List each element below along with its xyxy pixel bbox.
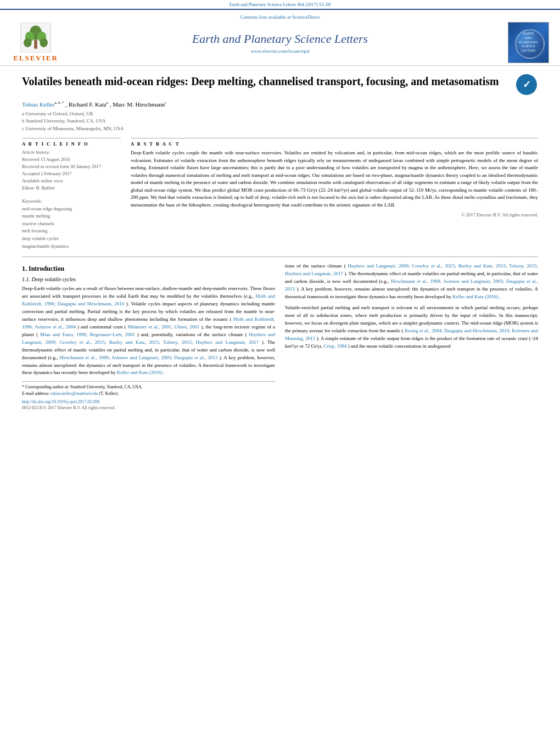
contents-text: Contents lists available at — [240, 14, 291, 20]
earth-logo-box: EARTHANDPLANETARYSCIENCELETTERS — [508, 22, 549, 63]
author2-name: , Richard F. Katz — [65, 101, 107, 108]
issn-text: 0012-821X/© 2017 Elsevier B.V. All right… — [22, 405, 275, 410]
keyword-5: deep volatile cycles — [22, 235, 121, 243]
article-title: Volatiles beneath mid-ocean ridges: Deep… — [22, 74, 511, 88]
citation-text: Earth and Planetary Science Letters 464 … — [229, 2, 331, 7]
history-label: Article history: — [22, 149, 121, 155]
author3-name: , Marc M. Hirschmann — [110, 101, 165, 108]
author1-sup: a, b, * — [54, 101, 64, 105]
affiliation-b: b Stanford University, Stanford, CA, USA — [22, 118, 538, 125]
author3-sup: c — [165, 101, 166, 105]
subsection1-title: 1.1. Deep volatile cycles — [22, 276, 275, 282]
cite6[interactable]: Hirschmann et al., 1999; Asimow and Lang… — [60, 355, 218, 360]
sciencedirect-link[interactable]: ScienceDirect — [292, 14, 320, 20]
affiliation-c: c University of Minnesota, Minneapolis, … — [22, 125, 538, 133]
authors-line: Tobias Kellera, b, * , Richard F. Katza … — [22, 101, 538, 108]
elsevier-wordmark: ELSEVIER — [13, 54, 58, 63]
journal-url[interactable]: www.elsevier.com/locate/epsl — [60, 48, 500, 54]
footnote-area: * Corresponding author at: Stanford Univ… — [22, 381, 275, 410]
body-left-col: 1. Introduction 1.1. Deep volatile cycle… — [22, 263, 275, 410]
doi-link[interactable]: http://dx.doi.org/10.1016/j.epsl.2017.02… — [22, 399, 275, 404]
crossmark-circle: ✓ — [516, 74, 537, 95]
keywords-label: Keywords: — [22, 198, 121, 204]
article-info-col: A R T I C L E I N F O Article history: R… — [22, 138, 121, 250]
para3-end: ) and the mean volatile concentration in… — [348, 343, 451, 349]
received-date: Received 13 August 2016 — [22, 157, 121, 163]
keyword-6: magma/mantle dynamics — [22, 243, 121, 250]
page: Earth and Planetary Science Letters 464 … — [0, 0, 560, 742]
editor: Editor: B. Buffett — [22, 185, 121, 192]
keyword-3: reactive channels — [22, 220, 121, 228]
email-name: (T. Keller). — [99, 391, 119, 396]
article-content: Volatiles beneath mid-ocean ridges: Deep… — [0, 66, 560, 419]
copyright: © 2017 Elsevier B.V. All rights reserved… — [131, 212, 538, 217]
body-two-col: 1. Introduction 1.1. Deep volatile cycle… — [22, 263, 538, 410]
article-info-heading: A R T I C L E I N F O — [22, 141, 121, 147]
earth-journal-logo: EARTHANDPLANETARYSCIENCELETTERS — [500, 22, 549, 63]
journal-title: Earth and Planetary Science Letters — [60, 32, 500, 46]
para1-final: . — [164, 370, 165, 375]
online-date: Available online xxxx — [22, 178, 121, 185]
affiliations: a University of Oxford, Oxford, UK b Sta… — [22, 110, 538, 133]
para2-end: . — [500, 294, 501, 299]
article-title-section: Volatiles beneath mid-ocean ridges: Deep… — [22, 74, 538, 96]
contents-line: Contents lists available at ScienceDirec… — [11, 14, 549, 20]
section1-title: 1. Introduction — [22, 265, 275, 273]
cite7-right[interactable]: Keller and Katz (2016) — [452, 294, 498, 299]
para1-cont4: ) and, potentially, variations of the su… — [137, 332, 247, 337]
accepted-date: Accepted 2 February 2017 — [22, 171, 121, 177]
para1-text1: Deep-Earth volatile cycles are a result … — [22, 286, 275, 299]
author2-sup: a — [107, 101, 108, 105]
header-inner: ELSEVIER Earth and Planetary Science Let… — [11, 22, 549, 63]
cite9[interactable]: Crisp, 1984 — [324, 343, 347, 349]
abstract-col: A B S T R A C T Deep-Earth volatile cycl… — [131, 138, 538, 250]
footnote-corresponding: * Corresponding author at: Stanford Univ… — [22, 384, 275, 390]
footnote-email: E-mail address: tobias.keller@stanford.e… — [22, 390, 275, 397]
body-para3: Volatile-enriched partial melting and me… — [285, 304, 538, 350]
keyword-4: melt focusing — [22, 227, 121, 235]
abstract-text: Deep-Earth volatile cycles couple the ma… — [131, 149, 538, 209]
para2-text: tions of the surface climate ( — [285, 263, 346, 269]
keyword-1: mid-ocean ridge degassing — [22, 205, 121, 213]
body-right-col: tions of the surface climate ( Huybers a… — [285, 263, 538, 410]
keywords-list: mid-ocean ridge degassing mantle melting… — [22, 205, 121, 250]
section-divider — [22, 256, 538, 257]
body-para1: Deep-Earth volatile cycles are a result … — [22, 285, 275, 377]
revised-date: Received in revised form 30 January 2017 — [22, 164, 121, 170]
keyword-2: mantle melting — [22, 213, 121, 220]
abstract-heading: A B S T R A C T — [131, 141, 538, 147]
earth-logo-text: EARTHANDPLANETARYSCIENCELETTERS — [519, 32, 538, 53]
author1-name: Tobias Keller — [22, 101, 54, 108]
cite7[interactable]: Keller and Katz (2016) — [117, 370, 163, 375]
svg-point-6 — [40, 38, 48, 47]
journal-header: Contents lists available at ScienceDirec… — [0, 10, 560, 66]
journal-citation: Earth and Planetary Science Letters 464 … — [0, 0, 560, 10]
email-label: E-mail address: — [22, 391, 51, 396]
crossmark-logo: ✓ — [516, 74, 538, 96]
svg-rect-4 — [34, 40, 37, 49]
article-info-abstract-cols: A R T I C L E I N F O Article history: R… — [22, 138, 538, 250]
email-link[interactable]: tobias.keller@stanford.edu — [51, 391, 98, 396]
para1-cont2: ) and continental crust ( — [77, 324, 126, 330]
svg-point-5 — [24, 38, 32, 47]
affiliation-a: a University of Oxford, Oxford, UK — [22, 110, 538, 118]
cite4[interactable]: Mian and Tozer, 1990; Regenauer-Lieb, 20… — [40, 332, 135, 337]
elsevier-tree-icon — [19, 23, 52, 53]
cite3[interactable]: Müntener et al., 2001; Ulmer, 2001 — [127, 324, 199, 330]
journal-title-center: Earth and Planetary Science Letters www.… — [60, 32, 500, 54]
elsevier-logo: ELSEVIER — [11, 23, 60, 63]
body-para2: tions of the surface climate ( Huybers a… — [285, 263, 538, 301]
